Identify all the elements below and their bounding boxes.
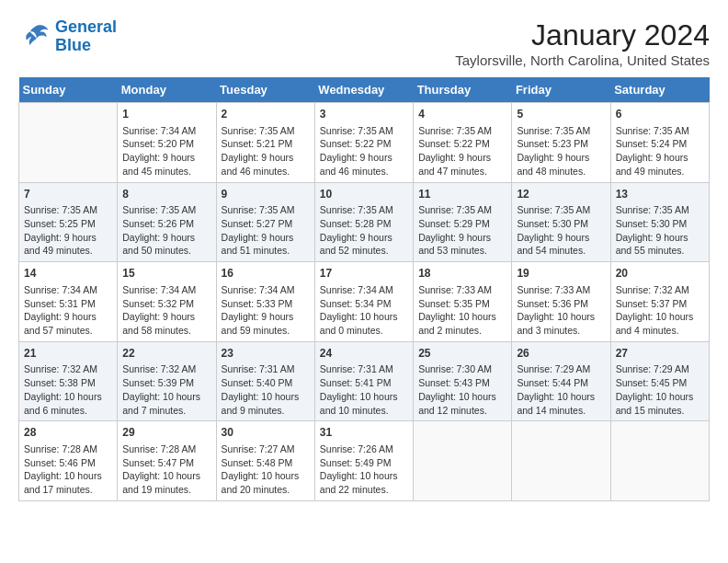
calendar-cell: 21Sunrise: 7:32 AM Sunset: 5:38 PM Dayli… (19, 341, 118, 421)
day-number: 31 (320, 425, 408, 441)
day-info: Sunrise: 7:34 AM Sunset: 5:20 PM Dayligh… (122, 124, 210, 178)
day-number: 24 (320, 346, 408, 362)
day-info: Sunrise: 7:28 AM Sunset: 5:47 PM Dayligh… (122, 442, 210, 497)
logo-icon (18, 20, 51, 53)
calendar-cell: 16Sunrise: 7:34 AM Sunset: 5:33 PM Dayli… (216, 262, 314, 342)
day-info: Sunrise: 7:31 AM Sunset: 5:40 PM Dayligh… (222, 362, 310, 417)
day-info: Sunrise: 7:35 AM Sunset: 5:30 PM Dayligh… (517, 203, 605, 258)
week-row-2: 7Sunrise: 7:35 AM Sunset: 5:25 PM Daylig… (19, 182, 710, 262)
day-number: 9 (222, 187, 310, 202)
day-info: Sunrise: 7:29 AM Sunset: 5:45 PM Dayligh… (616, 362, 704, 417)
calendar-cell: 8Sunrise: 7:35 AM Sunset: 5:26 PM Daylig… (118, 182, 216, 262)
weekday-header-thursday: Thursday (414, 77, 512, 103)
calendar-cell: 13Sunrise: 7:35 AM Sunset: 5:30 PM Dayli… (610, 182, 709, 262)
day-number: 7 (24, 187, 112, 202)
day-number: 11 (418, 187, 506, 202)
logo-line2: Blue (55, 37, 117, 55)
day-info: Sunrise: 7:35 AM Sunset: 5:21 PM Dayligh… (222, 124, 310, 178)
day-number: 10 (320, 187, 408, 202)
day-info: Sunrise: 7:32 AM Sunset: 5:38 PM Dayligh… (24, 362, 112, 417)
day-info: Sunrise: 7:35 AM Sunset: 5:23 PM Dayligh… (517, 124, 605, 178)
day-number: 16 (222, 266, 310, 282)
weekday-header-saturday: Saturday (610, 77, 709, 103)
day-number: 20 (616, 266, 704, 282)
day-info: Sunrise: 7:34 AM Sunset: 5:34 PM Dayligh… (320, 283, 408, 338)
calendar-cell: 3Sunrise: 7:35 AM Sunset: 5:22 PM Daylig… (314, 103, 413, 183)
day-info: Sunrise: 7:35 AM Sunset: 5:30 PM Dayligh… (616, 203, 704, 258)
calendar-cell: 2Sunrise: 7:35 AM Sunset: 5:21 PM Daylig… (216, 103, 314, 183)
calendar-cell: 10Sunrise: 7:35 AM Sunset: 5:28 PM Dayli… (314, 182, 413, 262)
calendar-cell: 29Sunrise: 7:28 AM Sunset: 5:47 PM Dayli… (118, 421, 216, 501)
day-info: Sunrise: 7:32 AM Sunset: 5:39 PM Dayligh… (122, 362, 210, 417)
day-info: Sunrise: 7:35 AM Sunset: 5:27 PM Dayligh… (222, 203, 310, 258)
day-info: Sunrise: 7:35 AM Sunset: 5:22 PM Dayligh… (320, 124, 408, 178)
week-row-5: 28Sunrise: 7:28 AM Sunset: 5:46 PM Dayli… (19, 421, 710, 501)
calendar-cell: 4Sunrise: 7:35 AM Sunset: 5:22 PM Daylig… (414, 103, 512, 183)
calendar-cell: 9Sunrise: 7:35 AM Sunset: 5:27 PM Daylig… (216, 182, 314, 262)
calendar-cell (512, 421, 610, 501)
day-number: 14 (24, 266, 112, 282)
calendar-cell: 6Sunrise: 7:35 AM Sunset: 5:24 PM Daylig… (610, 103, 709, 183)
weekday-header-friday: Friday (512, 77, 610, 103)
calendar-cell: 25Sunrise: 7:30 AM Sunset: 5:43 PM Dayli… (414, 341, 512, 421)
day-info: Sunrise: 7:27 AM Sunset: 5:48 PM Dayligh… (222, 442, 310, 497)
day-info: Sunrise: 7:35 AM Sunset: 5:26 PM Dayligh… (122, 203, 210, 258)
day-number: 19 (517, 266, 605, 282)
day-info: Sunrise: 7:34 AM Sunset: 5:32 PM Dayligh… (122, 283, 210, 338)
calendar-cell: 19Sunrise: 7:33 AM Sunset: 5:36 PM Dayli… (512, 262, 610, 342)
calendar-cell: 15Sunrise: 7:34 AM Sunset: 5:32 PM Dayli… (118, 262, 216, 342)
day-number: 28 (24, 425, 112, 441)
calendar-cell: 26Sunrise: 7:29 AM Sunset: 5:44 PM Dayli… (512, 341, 610, 421)
calendar-cell: 22Sunrise: 7:32 AM Sunset: 5:39 PM Dayli… (118, 341, 216, 421)
calendar-cell: 31Sunrise: 7:26 AM Sunset: 5:49 PM Dayli… (314, 421, 413, 501)
day-number: 30 (222, 425, 310, 441)
calendar-cell (19, 103, 118, 183)
day-number: 13 (616, 187, 704, 202)
day-info: Sunrise: 7:29 AM Sunset: 5:44 PM Dayligh… (517, 362, 605, 417)
day-info: Sunrise: 7:26 AM Sunset: 5:49 PM Dayligh… (320, 442, 408, 497)
week-row-1: 1Sunrise: 7:34 AM Sunset: 5:20 PM Daylig… (19, 103, 710, 183)
weekday-header-wednesday: Wednesday (314, 77, 413, 103)
day-info: Sunrise: 7:31 AM Sunset: 5:41 PM Dayligh… (320, 362, 408, 417)
month-title: January 2024 (455, 18, 710, 52)
day-number: 17 (320, 266, 408, 282)
title-block: January 2024 Taylorsville, North Carolin… (455, 18, 710, 68)
day-number: 22 (122, 346, 210, 362)
calendar-cell: 1Sunrise: 7:34 AM Sunset: 5:20 PM Daylig… (118, 103, 216, 183)
logo-line1: General (55, 17, 117, 36)
week-row-4: 21Sunrise: 7:32 AM Sunset: 5:38 PM Dayli… (19, 341, 710, 421)
day-info: Sunrise: 7:35 AM Sunset: 5:25 PM Dayligh… (24, 203, 112, 258)
calendar-cell: 30Sunrise: 7:27 AM Sunset: 5:48 PM Dayli… (216, 421, 314, 501)
day-number: 21 (24, 346, 112, 362)
calendar-cell: 12Sunrise: 7:35 AM Sunset: 5:30 PM Dayli… (512, 182, 610, 262)
day-number: 3 (320, 107, 408, 122)
day-number: 25 (418, 346, 506, 362)
day-info: Sunrise: 7:35 AM Sunset: 5:24 PM Dayligh… (616, 124, 704, 178)
logo-text: General Blue (55, 18, 117, 55)
day-number: 1 (122, 107, 210, 122)
day-info: Sunrise: 7:32 AM Sunset: 5:37 PM Dayligh… (616, 283, 704, 338)
day-info: Sunrise: 7:34 AM Sunset: 5:31 PM Dayligh… (24, 283, 112, 338)
week-row-3: 14Sunrise: 7:34 AM Sunset: 5:31 PM Dayli… (19, 262, 710, 342)
calendar-cell: 7Sunrise: 7:35 AM Sunset: 5:25 PM Daylig… (19, 182, 118, 262)
calendar-cell: 14Sunrise: 7:34 AM Sunset: 5:31 PM Dayli… (19, 262, 118, 342)
calendar-cell: 23Sunrise: 7:31 AM Sunset: 5:40 PM Dayli… (216, 341, 314, 421)
day-number: 15 (122, 266, 210, 282)
weekday-header-row: SundayMondayTuesdayWednesdayThursdayFrid… (19, 77, 710, 103)
calendar-cell: 17Sunrise: 7:34 AM Sunset: 5:34 PM Dayli… (314, 262, 413, 342)
day-info: Sunrise: 7:28 AM Sunset: 5:46 PM Dayligh… (24, 442, 112, 497)
day-number: 29 (122, 425, 210, 441)
day-number: 4 (418, 107, 506, 122)
day-number: 23 (222, 346, 310, 362)
calendar-cell: 11Sunrise: 7:35 AM Sunset: 5:29 PM Dayli… (414, 182, 512, 262)
day-number: 18 (418, 266, 506, 282)
calendar-cell: 20Sunrise: 7:32 AM Sunset: 5:37 PM Dayli… (610, 262, 709, 342)
day-number: 26 (517, 346, 605, 362)
day-number: 12 (517, 187, 605, 202)
day-info: Sunrise: 7:34 AM Sunset: 5:33 PM Dayligh… (222, 283, 310, 338)
weekday-header-monday: Monday (118, 77, 216, 103)
day-info: Sunrise: 7:35 AM Sunset: 5:22 PM Dayligh… (418, 124, 506, 178)
calendar-cell (610, 421, 709, 501)
day-info: Sunrise: 7:35 AM Sunset: 5:28 PM Dayligh… (320, 203, 408, 258)
day-number: 8 (122, 187, 210, 202)
